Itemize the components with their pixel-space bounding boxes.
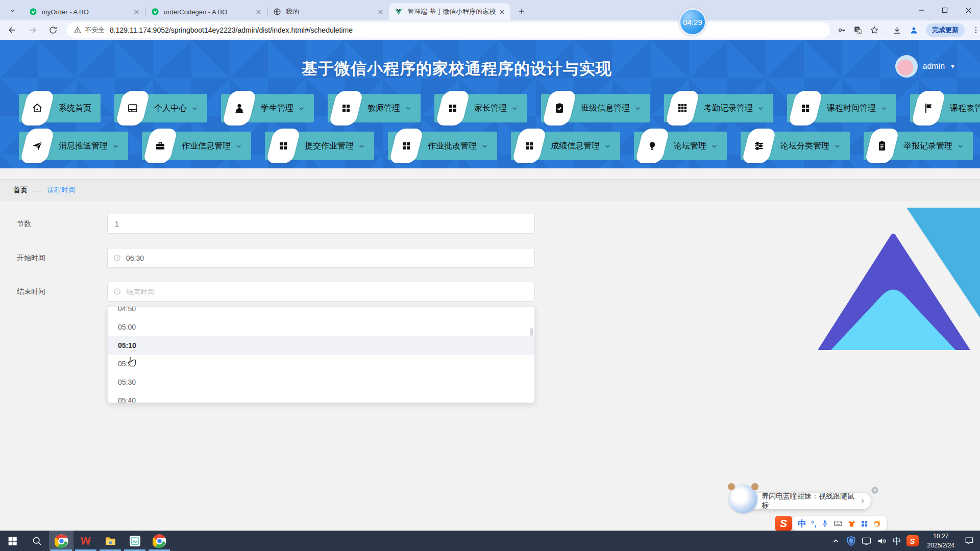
chevron-down-icon: [298, 105, 305, 112]
popup-mascot-avatar[interactable]: [729, 485, 757, 513]
nav-item-label: 举报记录管理: [903, 141, 952, 152]
time-option[interactable]: 05:20: [108, 355, 534, 373]
sogou-logo-icon[interactable]: S: [775, 516, 792, 531]
sg-grid-icon[interactable]: [861, 520, 868, 528]
taskbar-search-icon[interactable]: [24, 531, 49, 551]
time-option[interactable]: 04:50: [108, 306, 534, 318]
nav-item[interactable]: 个人中心: [114, 94, 207, 122]
taskbar-explorer-icon[interactable]: [98, 531, 122, 551]
nav-item[interactable]: 举报记录管理: [864, 132, 973, 160]
sg-zh-icon[interactable]: 中: [798, 518, 806, 530]
tray-speaker-icon[interactable]: [874, 531, 890, 551]
password-key-icon[interactable]: [837, 26, 846, 35]
grid4-icon: [329, 91, 364, 126]
chevron-down-icon: [191, 105, 198, 112]
notification-center-icon[interactable]: [962, 531, 977, 551]
tab-search-button[interactable]: [5, 4, 20, 18]
taskbar-clock[interactable]: 10:27 2025/2/24: [923, 532, 959, 550]
nav-item[interactable]: 作业信息管理: [142, 132, 251, 160]
menu-dots-icon[interactable]: [972, 26, 980, 34]
breadcrumb-current[interactable]: 课程时间: [47, 186, 76, 195]
close-window-button[interactable]: [957, 0, 980, 20]
chevron-down-icon: [511, 105, 518, 112]
nav-item[interactable]: 成绩信息管理: [511, 132, 620, 160]
browser-toolbar: 不安全 8.129.11.174:9052/springboot14ey2223…: [0, 20, 980, 40]
tab-close-icon[interactable]: [132, 7, 141, 16]
tray-chevron-up-icon[interactable]: [828, 531, 844, 551]
nav-item[interactable]: 班级信息管理: [541, 94, 650, 122]
user-icon: [222, 91, 257, 126]
maximize-button[interactable]: [933, 0, 957, 20]
tray-ime-zh-icon[interactable]: 中: [890, 531, 905, 551]
breadcrumb-home[interactable]: 首页: [13, 186, 28, 195]
forward-button[interactable]: [24, 22, 41, 38]
chevron-down-icon: [834, 143, 841, 149]
nav-item[interactable]: 提交作业管理: [265, 132, 374, 160]
reload-button[interactable]: [45, 22, 61, 38]
sg-kbd-icon[interactable]: [834, 519, 843, 528]
screen-time-badge[interactable]: 04:29: [679, 8, 706, 36]
dropdown-scrollbar[interactable]: [530, 328, 533, 336]
taskbar-snip-icon[interactable]: [122, 531, 147, 551]
sg-mic-icon[interactable]: [821, 519, 829, 528]
page-title: 基于微信小程序的家校通程序的设计与实现: [0, 58, 914, 80]
popup-close-icon[interactable]: [871, 486, 879, 494]
taskbar-chrome-icon[interactable]: [49, 531, 74, 551]
browser-tab[interactable]: myOrder - A BO: [23, 3, 145, 20]
time-option[interactable]: 05:30: [108, 373, 534, 391]
tab-close-icon[interactable]: [497, 7, 506, 16]
home-icon: [20, 91, 55, 126]
taskbar-wps-icon[interactable]: [74, 531, 98, 551]
sg-shirt-icon[interactable]: [847, 519, 856, 528]
nav-item-label: 消息推送管理: [59, 141, 108, 152]
minimize-button[interactable]: [910, 0, 933, 20]
tab-title: 管理端-基于微信小程序的家校: [407, 7, 497, 16]
nav-item[interactable]: 论坛管理: [634, 132, 727, 160]
nav-item-label: 成绩信息管理: [551, 141, 600, 152]
sg-quote-icon[interactable]: °,: [811, 519, 816, 528]
user-menu[interactable]: admin ▼: [895, 55, 955, 78]
download-icon[interactable]: [892, 26, 902, 35]
tray-sogou-icon[interactable]: S: [905, 531, 920, 551]
bookmark-star-icon[interactable]: [870, 26, 879, 35]
nav-item[interactable]: 家长管理: [434, 94, 527, 122]
site-logo-graphic: [806, 208, 980, 350]
window-controls: [910, 0, 980, 20]
chevron-down-icon: [634, 105, 641, 112]
new-tab-button[interactable]: [514, 4, 529, 18]
browser-tab[interactable]: 管理端-基于微信小程序的家校: [389, 3, 510, 20]
nav-item[interactable]: 课程表管理: [910, 94, 980, 122]
address-bar[interactable]: 不安全 8.129.11.174:9052/springboot14ey2223…: [66, 22, 830, 38]
profile-icon[interactable]: [909, 26, 919, 35]
back-button[interactable]: [4, 22, 20, 38]
nav-item[interactable]: 考勤记录管理: [664, 94, 773, 122]
tray-network-icon[interactable]: [859, 531, 874, 551]
nav-item[interactable]: 论坛分类管理: [741, 132, 850, 160]
tab-close-icon[interactable]: [254, 7, 263, 16]
nav-item[interactable]: 消息推送管理: [19, 132, 128, 160]
tray-shield-icon[interactable]: [844, 531, 859, 551]
chevron-down-icon: [880, 105, 887, 112]
sg-face-icon[interactable]: [873, 519, 882, 528]
time-option[interactable]: 05:10: [108, 336, 534, 355]
nav-item[interactable]: 课程时间管理: [787, 94, 896, 122]
nav-item[interactable]: 学生管理: [221, 94, 314, 122]
nav-item[interactable]: 系统首页: [19, 94, 101, 122]
nav-item[interactable]: 作业批改管理: [388, 132, 497, 160]
taskbar-chrome-icon[interactable]: [147, 531, 172, 551]
browser-tab[interactable]: orderCodegen - A BO: [145, 3, 267, 20]
translate-icon[interactable]: 文G: [853, 26, 863, 35]
end-time-input[interactable]: [107, 282, 535, 302]
taskbar-start-icon[interactable]: [0, 531, 24, 551]
time-option[interactable]: 05:40: [108, 391, 534, 403]
nav-item-label: 考勤记录管理: [704, 103, 753, 114]
nav-item-label: 作业批改管理: [428, 141, 477, 152]
start-time-input[interactable]: [107, 248, 535, 268]
sections-input[interactable]: [107, 214, 535, 234]
chrome-update-button[interactable]: 完成更新: [926, 23, 965, 37]
popup-ad[interactable]: 养闪电蓝瞳甜妹：视线跟随鼠标: [745, 493, 871, 509]
tab-close-icon[interactable]: [376, 7, 385, 16]
nav-item[interactable]: 教师管理: [328, 94, 421, 122]
time-option[interactable]: 05:00: [108, 318, 534, 336]
browser-tab[interactable]: 我的: [267, 3, 389, 20]
